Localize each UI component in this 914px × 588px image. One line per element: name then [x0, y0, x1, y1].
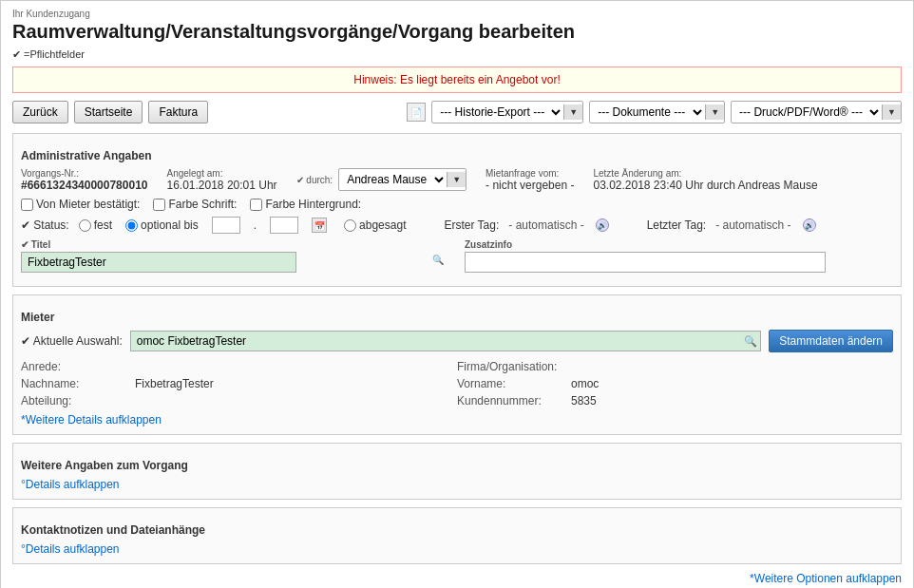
- letzter-tag-value: - automatisch -: [715, 218, 790, 232]
- icon-placeholder: 📄: [407, 103, 426, 122]
- anrede-label: Anrede:: [21, 360, 135, 373]
- mietanfrage-value: - nicht vergeben -: [486, 179, 574, 192]
- letzter-tag-label: Letzter Tag:: [647, 218, 706, 232]
- letzter-tag-icon[interactable]: 🔊: [803, 218, 816, 232]
- mieter-section-label: Mieter: [21, 311, 893, 324]
- zusatz-label: Zusatzinfo: [465, 239, 893, 250]
- kontaktnotizen-link[interactable]: °Details aufklappen: [21, 542, 120, 556]
- alert-box: Hinweis: Es liegt bereits ein Angebot vo…: [12, 66, 902, 93]
- required-note: ✔ =Pflichtfelder: [12, 48, 902, 61]
- weitere-angaben-link[interactable]: °Details aufklappen: [21, 478, 120, 491]
- status-fest-radio[interactable]: fest: [79, 218, 112, 232]
- mieter-search-icon[interactable]: 🔍: [744, 335, 757, 348]
- durch-dropdown[interactable]: Andreas Mause ▼: [338, 168, 467, 191]
- nachname-value: FixbetragTester: [135, 377, 457, 390]
- farbe-hintergrund-checkbox[interactable]: Farbe Hintergrund:: [250, 198, 361, 211]
- stammdaten-btn[interactable]: Stammdaten ändern: [769, 330, 893, 352]
- status-optional-radio[interactable]: optional bis: [125, 218, 199, 232]
- weitere-angaben-label: Weitere Angaben zum Vorgang: [21, 459, 893, 472]
- documents-arrow[interactable]: ▼: [705, 104, 724, 120]
- abteilung-label: Abteilung:: [21, 394, 135, 408]
- farbe-schrift-checkbox[interactable]: Farbe Schrift:: [153, 198, 237, 211]
- optional-bis-date1[interactable]: [212, 217, 240, 234]
- status-label: ✔ Status:: [21, 218, 69, 232]
- print-arrow[interactable]: ▼: [882, 104, 901, 120]
- page-title: Raumverwaltung/Veranstaltungsvorgänge/Vo…: [12, 21, 902, 43]
- mietanfrage-label: Mietanfrage vom:: [486, 168, 574, 179]
- titel-search-icon[interactable]: 🔍: [432, 255, 447, 270]
- abteilung-value: [135, 394, 457, 408]
- history-export-arrow[interactable]: ▼: [563, 104, 582, 120]
- erster-tag-icon[interactable]: 🔊: [596, 218, 609, 232]
- more-options-link[interactable]: *Weitere Optionen aufklappen: [750, 572, 902, 585]
- vorgangs-nr-value: #6661324340000780010: [21, 179, 147, 192]
- print-dropdown[interactable]: --- Druck/PDF/Word® --- ▼: [731, 101, 902, 123]
- back-button[interactable]: Zurück: [12, 101, 68, 123]
- firma-value: [571, 360, 893, 373]
- vorgangs-nr-label: Vorgangs-Nr.:: [21, 168, 147, 179]
- documents-dropdown[interactable]: --- Dokumente --- ▼: [589, 101, 725, 123]
- home-button[interactable]: Startseite: [74, 101, 143, 123]
- titel-label: ✔ Titel: [21, 239, 449, 250]
- erster-tag-value: - automatisch -: [508, 218, 583, 232]
- admin-section-label: Administrative Angaben: [21, 149, 893, 162]
- kundennummer-label: Kundennummer:: [457, 394, 571, 408]
- customer-label: Ihr Kundenzugang: [12, 9, 902, 19]
- optional-bis-date2[interactable]: [270, 217, 298, 234]
- status-abgesagt-radio[interactable]: abgesagt: [344, 218, 406, 232]
- calendar-icon[interactable]: 📅: [312, 218, 327, 233]
- history-export-dropdown[interactable]: --- Historie-Export --- ▼: [431, 101, 583, 123]
- durch-arrow[interactable]: ▼: [447, 172, 466, 187]
- angelegt-value: 16.01.2018 20:01 Uhr: [166, 179, 276, 192]
- invoice-button[interactable]: Faktura: [148, 101, 208, 123]
- angelegt-label: Angelegt am:: [166, 168, 276, 179]
- von-mieter-checkbox[interactable]: Von Mieter bestätigt:: [21, 198, 140, 211]
- erster-tag-label: Erster Tag:: [444, 218, 499, 232]
- durch-label: ✔ durch:: [296, 175, 333, 185]
- mieter-input[interactable]: [130, 331, 762, 351]
- date-separator: .: [254, 218, 257, 232]
- nachname-label: Nachname:: [21, 377, 135, 390]
- letzte-aenderung-value: 03.02.2018 23:40 Uhr durch Andreas Mause: [593, 179, 817, 192]
- anrede-value: [135, 360, 457, 373]
- kundennummer-value: 5835: [571, 394, 893, 408]
- letzte-aenderung-label: Letzte Änderung am:: [593, 168, 817, 179]
- zusatz-input[interactable]: [465, 252, 826, 273]
- vorname-label: Vorname:: [457, 377, 571, 390]
- titel-input[interactable]: [21, 252, 296, 273]
- firma-label: Firma/Organisation:: [457, 360, 571, 373]
- kontaktnotizen-label: Kontaktnotizen und Dateianhänge: [21, 523, 893, 537]
- weitere-details-link[interactable]: *Weitere Details aufklappen: [21, 413, 162, 427]
- aktuelle-auswahl-label: ✔ Aktuelle Auswahl:: [21, 334, 123, 348]
- vorname-value: omoc: [571, 377, 893, 390]
